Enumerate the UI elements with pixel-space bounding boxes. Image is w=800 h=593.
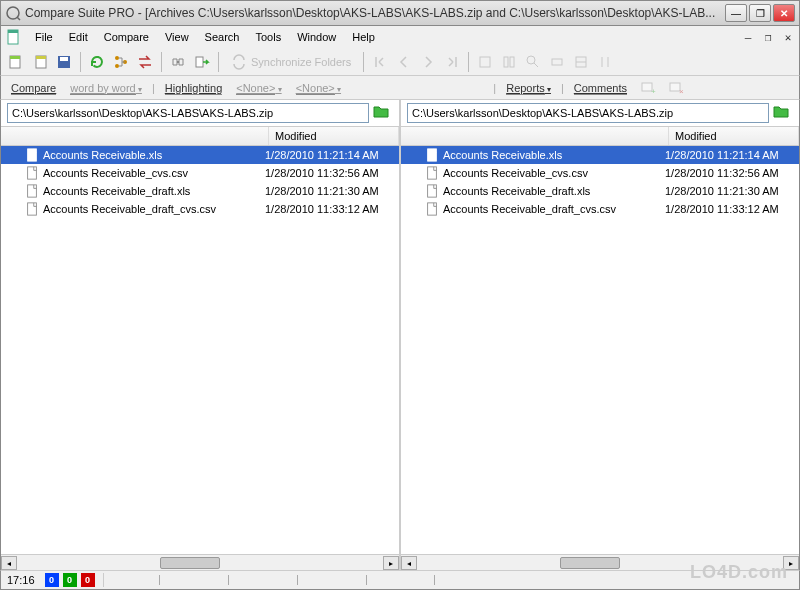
nav6-button: [594, 51, 616, 73]
file-modified: 1/28/2010 11:32:56 AM: [665, 167, 795, 179]
link-button[interactable]: [167, 51, 189, 73]
mdi-close[interactable]: ✕: [781, 30, 795, 44]
svg-rect-19: [552, 59, 562, 65]
file-icon: [425, 148, 439, 162]
right-file-list[interactable]: Accounts Receivable.xls1/28/2010 11:21:1…: [401, 146, 799, 554]
file-name: Accounts Receivable_cvs.csv: [443, 167, 665, 179]
menu-edit[interactable]: Edit: [61, 29, 96, 45]
svg-point-10: [115, 56, 119, 60]
right-folder-button[interactable]: [773, 103, 793, 123]
svg-rect-31: [428, 167, 437, 179]
left-pane: Modified Accounts Receivable.xls1/28/201…: [1, 100, 401, 570]
right-scrollbar[interactable]: ◂ ▸: [401, 554, 799, 570]
file-name: Accounts Receivable.xls: [443, 149, 665, 161]
maximize-button[interactable]: ❐: [749, 4, 771, 22]
right-list-header: Modified: [401, 126, 799, 146]
svg-rect-9: [60, 57, 68, 61]
file-name: Accounts Receivable.xls: [43, 149, 265, 161]
scroll-thumb[interactable]: [160, 557, 220, 569]
nav3-button: [522, 51, 544, 73]
scroll-left-icon[interactable]: ◂: [1, 556, 17, 570]
menu-search[interactable]: Search: [197, 29, 248, 45]
file-row[interactable]: Accounts Receivable.xls1/28/2010 11:21:1…: [401, 146, 799, 164]
file-modified: 1/28/2010 11:21:30 AM: [665, 185, 795, 197]
svg-rect-28: [28, 185, 37, 197]
opt-word-by-word[interactable]: word by word: [66, 80, 146, 96]
panes-container: Modified Accounts Receivable.xls1/28/201…: [0, 100, 800, 570]
right-col-name[interactable]: [401, 127, 669, 145]
file-icon: [425, 202, 439, 216]
file-row[interactable]: Accounts Receivable_draft_cvs.csv1/28/20…: [1, 200, 399, 218]
svg-point-11: [115, 64, 119, 68]
scroll-right-icon[interactable]: ▸: [383, 556, 399, 570]
left-path-input[interactable]: [7, 103, 369, 123]
file-modified: 1/28/2010 11:33:12 AM: [665, 203, 795, 215]
nav4-button: [546, 51, 568, 73]
new-right-button[interactable]: [29, 51, 51, 73]
file-modified: 1/28/2010 11:33:12 AM: [265, 203, 395, 215]
opt-compare[interactable]: Compare: [7, 80, 60, 96]
file-row[interactable]: Accounts Receivable_draft.xls1/28/2010 1…: [401, 182, 799, 200]
copy-to-button[interactable]: [191, 51, 213, 73]
menu-file[interactable]: File: [27, 29, 61, 45]
opt-none2[interactable]: <None>: [292, 80, 345, 96]
svg-line-1: [17, 17, 20, 20]
titlebar: Compare Suite PRO - [Archives C:\Users\k…: [0, 0, 800, 26]
left-col-name[interactable]: [1, 127, 269, 145]
scroll-right-icon[interactable]: ▸: [783, 556, 799, 570]
minimize-button[interactable]: —: [725, 4, 747, 22]
opt-reports[interactable]: Reports: [502, 80, 555, 96]
save-button[interactable]: [53, 51, 75, 73]
file-name: Accounts Receivable_draft.xls: [43, 185, 265, 197]
opt-comments[interactable]: Comments: [570, 80, 631, 96]
scroll-left-icon[interactable]: ◂: [401, 556, 417, 570]
scroll-thumb[interactable]: [560, 557, 620, 569]
file-icon: [25, 184, 39, 198]
menu-window[interactable]: Window: [289, 29, 344, 45]
refresh-button[interactable]: [86, 51, 108, 73]
next-diff-button: [417, 51, 439, 73]
opt-highlighting[interactable]: Highlighting: [161, 80, 226, 96]
tree-button[interactable]: [110, 51, 132, 73]
file-modified: 1/28/2010 11:21:14 AM: [665, 149, 795, 161]
first-diff-button: [369, 51, 391, 73]
menu-help[interactable]: Help: [344, 29, 383, 45]
file-icon: [25, 166, 39, 180]
left-col-modified[interactable]: Modified: [269, 127, 399, 145]
window-title: Compare Suite PRO - [Archives C:\Users\k…: [25, 6, 725, 20]
right-path-input[interactable]: [407, 103, 769, 123]
file-name: Accounts Receivable_draft_cvs.csv: [43, 203, 265, 215]
nav2-button: [498, 51, 520, 73]
diff-blue-count: 0: [45, 573, 59, 587]
mdi-restore[interactable]: ❐: [761, 30, 775, 44]
opt-none1[interactable]: <None>: [232, 80, 285, 96]
new-left-button[interactable]: [5, 51, 27, 73]
left-file-list[interactable]: Accounts Receivable.xls1/28/2010 11:21:1…: [1, 146, 399, 554]
mdi-minimize[interactable]: –: [741, 30, 755, 44]
svg-rect-7: [36, 56, 46, 59]
left-scrollbar[interactable]: ◂ ▸: [1, 554, 399, 570]
menu-view[interactable]: View: [157, 29, 197, 45]
file-row[interactable]: Accounts Receivable_draft.xls1/28/2010 1…: [1, 182, 399, 200]
sync-folders-label: Synchronize Folders: [251, 56, 351, 68]
document-icon: [5, 29, 21, 45]
close-button[interactable]: ✕: [773, 4, 795, 22]
app-icon: [5, 5, 21, 21]
file-row[interactable]: Accounts Receivable_cvs.csv1/28/2010 11:…: [1, 164, 399, 182]
svg-point-17: [527, 56, 535, 64]
right-col-modified[interactable]: Modified: [669, 127, 799, 145]
menu-tools[interactable]: Tools: [247, 29, 289, 45]
file-name: Accounts Receivable_draft.xls: [443, 185, 665, 197]
swap-button[interactable]: [134, 51, 156, 73]
left-folder-button[interactable]: [373, 103, 393, 123]
prev-diff-button: [393, 51, 415, 73]
file-row[interactable]: Accounts Receivable.xls1/28/2010 11:21:1…: [1, 146, 399, 164]
file-row[interactable]: Accounts Receivable_draft_cvs.csv1/28/20…: [401, 200, 799, 218]
file-row[interactable]: Accounts Receivable_cvs.csv1/28/2010 11:…: [401, 164, 799, 182]
svg-rect-26: [28, 149, 37, 161]
menu-compare[interactable]: Compare: [96, 29, 157, 45]
svg-text:×: ×: [679, 87, 684, 96]
status-time: 17:16: [7, 574, 35, 586]
diff-green-count: 0: [63, 573, 77, 587]
svg-rect-14: [480, 57, 490, 67]
